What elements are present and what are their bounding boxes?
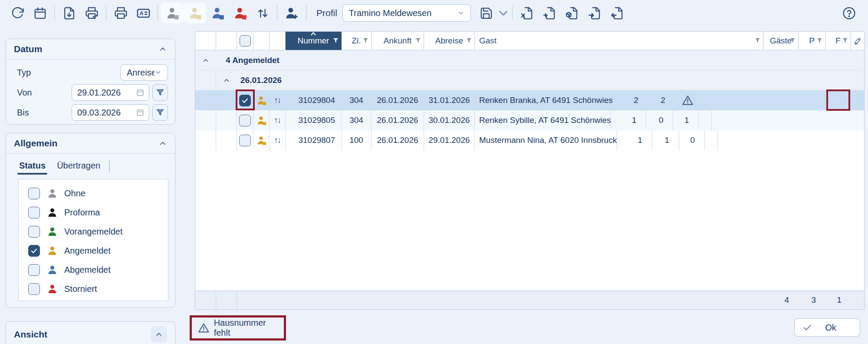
save-options-button[interactable] — [498, 3, 509, 23]
printer-button[interactable] — [109, 3, 132, 23]
file-add-button[interactable] — [538, 3, 561, 23]
calendar-button[interactable] — [29, 3, 51, 23]
checkbox[interactable] — [28, 283, 40, 295]
sort-updown-button[interactable] — [251, 3, 274, 23]
cell-transfer[interactable]: ↑↓ — [270, 130, 286, 150]
header-f[interactable]: F — [825, 32, 851, 50]
panel-ansicht-header[interactable]: Ansicht — [6, 324, 175, 344]
header-zi[interactable]: Zi. — [342, 32, 372, 50]
file-import-button[interactable] — [583, 3, 606, 23]
cell-abreise: 30.01.2026 — [424, 110, 475, 130]
warning-icon[interactable] — [682, 95, 694, 106]
checkbox[interactable] — [28, 226, 40, 238]
filter-funnel-icon[interactable] — [415, 38, 421, 43]
column-label: F — [835, 36, 841, 46]
header-p[interactable]: P — [799, 32, 825, 50]
profile-select[interactable]: Tramino Meldewesen — [342, 4, 471, 22]
refresh-icon — [11, 7, 24, 20]
refresh-button[interactable] — [6, 3, 29, 23]
bis-date-input[interactable]: 09.03.2026 — [72, 104, 149, 121]
header-edit-columns[interactable] — [851, 32, 864, 50]
row-checkbox[interactable] — [239, 115, 251, 126]
typ-select[interactable]: Anreise — [120, 64, 168, 81]
cell-transfer[interactable]: ↑↓ — [270, 90, 286, 110]
von-label: Von — [17, 88, 72, 98]
status-label: Abgemeldet — [64, 265, 111, 275]
status-filter-gray-button[interactable] — [161, 3, 184, 23]
calendar-icon[interactable] — [136, 88, 145, 97]
header-abreise[interactable]: Abreise — [424, 32, 475, 50]
group-row-date[interactable]: 26.01.2026 — [195, 70, 864, 90]
table-row[interactable]: ↑↓ 31029805 304 26.01.2026 30.01.2026 Re… — [195, 110, 864, 130]
status-filter-blue-button[interactable] — [206, 3, 229, 23]
cell-transfer[interactable]: ↑↓ — [270, 110, 286, 130]
file-package-button[interactable] — [561, 3, 583, 23]
ok-button[interactable]: Ok — [794, 318, 860, 337]
row-checkbox[interactable] — [239, 135, 251, 146]
help-button[interactable] — [838, 3, 860, 23]
table-row[interactable]: ↑↓ 31029804 304 26.01.2026 31.01.2026 Re… — [195, 90, 864, 110]
chevron-up-icon[interactable] — [158, 45, 167, 53]
status-item-proforma[interactable]: Proforma — [28, 203, 168, 222]
tab-status[interactable]: Status — [19, 161, 46, 175]
filter-funnel-icon[interactable] — [466, 38, 472, 43]
profile-label: Profil — [316, 8, 337, 18]
cell-edit — [705, 130, 718, 150]
collapse-button[interactable] — [151, 327, 167, 342]
header-cell-select-all[interactable] — [237, 32, 253, 50]
cell-checkbox[interactable] — [237, 110, 253, 130]
printer-check-button[interactable] — [80, 3, 103, 23]
column-label: Zi. — [352, 36, 361, 46]
panel-allgemein-header[interactable]: Allgemein — [6, 133, 175, 153]
table-row[interactable]: ↑↓ 31029807 100 26.01.2026 29.01.2026 Mu… — [195, 130, 864, 150]
collapse-group-icon[interactable] — [195, 56, 216, 64]
panel-title: Ansicht — [14, 329, 47, 340]
header-ankunft[interactable]: Ankunft — [372, 32, 424, 50]
header-gast[interactable]: Gast — [475, 32, 763, 50]
toolbar-divider — [306, 6, 306, 20]
status-item-angemeldet[interactable]: Angemeldet — [28, 241, 168, 260]
cell-status-icon — [253, 130, 270, 150]
status-label: Vorangemeldet — [64, 227, 123, 237]
checkbox[interactable] — [28, 245, 40, 257]
status-filter-beige-button[interactable] — [184, 3, 206, 23]
id-card-button[interactable]: A — [132, 3, 155, 23]
tab-uebertragen[interactable]: Übertragen — [57, 161, 100, 175]
checkbox[interactable] — [28, 188, 40, 199]
status-item-storniert[interactable]: Storniert — [28, 279, 168, 298]
status-item-abgemeldet[interactable]: Abgemeldet — [28, 260, 168, 279]
file-export-button[interactable] — [606, 3, 628, 23]
filter-funnel-icon[interactable] — [363, 38, 368, 43]
filter-funnel-icon[interactable] — [817, 38, 822, 43]
save-icon — [480, 7, 493, 20]
export-excel-button[interactable] — [516, 3, 538, 23]
header-gaeste[interactable]: Gäste — [763, 32, 799, 50]
filter-funnel-icon[interactable] — [755, 38, 760, 43]
status-filter-red-button[interactable] — [229, 3, 251, 23]
save-profile-button[interactable] — [475, 3, 498, 23]
von-filter-button[interactable] — [152, 84, 168, 101]
von-date-input[interactable]: 29.01.2026 — [72, 84, 149, 101]
summary-cell — [237, 291, 763, 309]
cell-gaeste: 2 — [613, 90, 648, 110]
checkbox[interactable] — [28, 207, 40, 218]
cell-indent — [216, 130, 237, 150]
header-nummer[interactable]: Nummer — [286, 32, 342, 50]
group-row-status[interactable]: 4 Angemeldet — [195, 50, 864, 70]
chevron-up-icon[interactable] — [158, 139, 167, 148]
bis-filter-button[interactable] — [152, 104, 168, 121]
filter-funnel-icon[interactable] — [790, 38, 796, 43]
status-item-vorangemeldet[interactable]: Vorangemeldet — [28, 222, 168, 241]
filter-funnel-icon[interactable] — [333, 38, 339, 43]
panel-datum-header[interactable]: Datum — [6, 39, 175, 59]
file-download-button[interactable] — [58, 3, 80, 23]
checkbox[interactable] — [28, 264, 40, 276]
select-all-checkbox[interactable] — [240, 35, 251, 46]
filter-funnel-icon[interactable] — [842, 38, 848, 43]
status-item-ohne[interactable]: Ohne — [28, 184, 168, 203]
add-person-button[interactable] — [280, 3, 303, 23]
cell-checkbox[interactable] — [237, 130, 253, 150]
calendar-icon[interactable] — [136, 108, 145, 117]
collapse-group-icon[interactable] — [216, 76, 237, 84]
cell-abreise: 29.01.2026 — [424, 130, 475, 150]
